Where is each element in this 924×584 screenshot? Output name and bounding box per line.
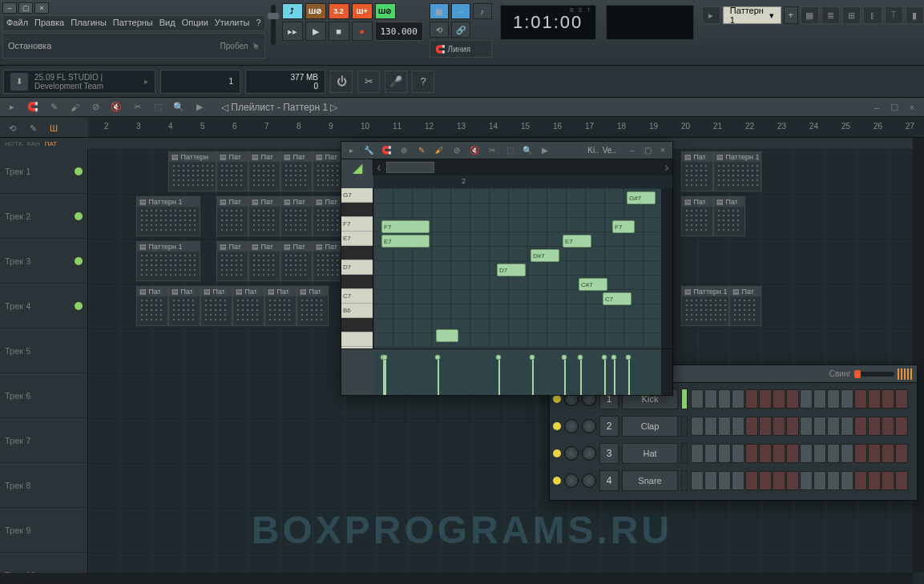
- view-mixer-button[interactable]: ♪: [473, 3, 492, 19]
- note[interactable]: D7: [497, 264, 526, 276]
- pr-zoom-icon[interactable]: 🔍: [521, 144, 534, 157]
- step-button[interactable]: [895, 444, 908, 463]
- mode-song-button[interactable]: Ш⊘: [305, 3, 326, 19]
- step-button[interactable]: [895, 471, 908, 490]
- menu-?[interactable]: ?: [252, 16, 264, 30]
- step-button[interactable]: [868, 417, 881, 436]
- pattern-selector[interactable]: Паттерн 1 ▾: [723, 6, 781, 24]
- pl-play-icon[interactable]: ▶: [192, 100, 207, 115]
- note[interactable]: D#7: [531, 249, 559, 262]
- close-button[interactable]: ×: [34, 2, 49, 14]
- pr-cut-icon[interactable]: ✂: [486, 144, 498, 157]
- step-button[interactable]: [813, 444, 826, 463]
- tool-slider-icon[interactable]: ⟙: [885, 6, 903, 24]
- channel-name[interactable]: Hat: [622, 443, 678, 464]
- step-button[interactable]: [691, 389, 704, 409]
- pr-menu-icon[interactable]: ▸: [345, 144, 357, 157]
- tool-file-icon[interactable]: ▮: [906, 6, 924, 24]
- step-button[interactable]: [691, 471, 704, 490]
- pr-v-scrollbar[interactable]: [661, 188, 672, 348]
- step-button[interactable]: [827, 444, 840, 463]
- menu-Плагины[interactable]: Плагины: [67, 16, 110, 30]
- step-button[interactable]: [786, 389, 799, 409]
- pattern-clip[interactable]: ▤ Пат: [248, 151, 280, 191]
- pattern-clip[interactable]: ▤ Паттерн 1: [136, 196, 200, 236]
- step-button[interactable]: [759, 444, 772, 463]
- step-button[interactable]: [732, 471, 744, 490]
- pl-minimize-button[interactable]: –: [870, 100, 884, 115]
- step-button[interactable]: [732, 444, 744, 463]
- pattern-clip[interactable]: ▤ Пат: [313, 151, 345, 191]
- mode-pat-button[interactable]: ⤴: [282, 3, 303, 19]
- tempo-display[interactable]: 130.000: [375, 22, 423, 41]
- playlist-ruler[interactable]: 2345678910111213141516171819202122232425…: [88, 117, 924, 137]
- step-button[interactable]: [704, 417, 717, 436]
- vol-knob[interactable]: [582, 473, 596, 488]
- product-info[interactable]: ⬇ 25.09 FL STUDIO | Development Team ▸: [3, 70, 155, 94]
- pattern-clip[interactable]: ▤ Пат: [280, 151, 313, 191]
- tab-channel[interactable]: КАН: [27, 140, 40, 147]
- track-label[interactable]: Трек 7: [0, 418, 87, 463]
- scissors-button[interactable]: ✂: [357, 70, 380, 93]
- step-button[interactable]: [718, 389, 731, 409]
- note[interactable]: C#7: [579, 278, 607, 291]
- step-button[interactable]: [895, 389, 908, 409]
- note[interactable]: E7: [381, 235, 430, 248]
- channel-selector[interactable]: [681, 443, 688, 464]
- pattern-clip[interactable]: ▤ Пат: [232, 286, 264, 326]
- step-button[interactable]: [732, 389, 744, 409]
- channel-led[interactable]: [553, 477, 561, 485]
- channel-name[interactable]: Snare: [622, 470, 678, 491]
- step-button[interactable]: [732, 417, 744, 436]
- menu-Опции[interactable]: Опции: [179, 16, 212, 30]
- pattern-clip[interactable]: ▤ Пат: [216, 241, 248, 281]
- pl-pencil-icon[interactable]: ✎: [46, 100, 61, 115]
- record-button[interactable]: ●: [352, 22, 373, 41]
- step-button[interactable]: [691, 417, 704, 436]
- track-label[interactable]: Трек 6: [0, 373, 87, 418]
- step-button[interactable]: [786, 471, 799, 490]
- step-button[interactable]: [854, 389, 867, 409]
- pl-close-button[interactable]: ×: [905, 100, 919, 115]
- track-label[interactable]: Трек 3: [0, 239, 87, 284]
- mode-wp-button[interactable]: Ш+: [352, 3, 373, 19]
- minimize-button[interactable]: –: [2, 2, 17, 14]
- step-button[interactable]: [800, 389, 813, 409]
- track-label[interactable]: Трек 9: [0, 508, 87, 553]
- track-mute-led[interactable]: [75, 212, 83, 220]
- pattern-clip[interactable]: ▤ Паттерн 1: [681, 286, 729, 326]
- pr-pencil-icon[interactable]: ✎: [415, 144, 428, 157]
- step-button[interactable]: [800, 471, 813, 490]
- step-button[interactable]: [745, 444, 758, 463]
- pl-slip-icon[interactable]: ✂: [130, 100, 144, 115]
- menu-Вид[interactable]: Вид: [156, 16, 179, 30]
- pr-minimize-button[interactable]: –: [626, 144, 639, 157]
- pattern-clip[interactable]: ▤ Пат: [136, 286, 168, 326]
- channel-led[interactable]: [553, 422, 561, 430]
- pl-brush-icon[interactable]: 🖌: [67, 100, 82, 115]
- step-button[interactable]: [895, 417, 908, 436]
- step-button[interactable]: [759, 389, 772, 409]
- pl-zoom-icon[interactable]: 🔍: [171, 100, 186, 115]
- pr-close-button[interactable]: ×: [656, 144, 669, 157]
- step-button[interactable]: [882, 389, 894, 409]
- pattern-clip[interactable]: ▤ Паттерн 1: [136, 241, 200, 281]
- play-button[interactable]: ▶: [305, 22, 326, 41]
- main-h-scrollbar[interactable]: [0, 573, 913, 584]
- step-button[interactable]: [786, 417, 799, 436]
- cr-grid-icon[interactable]: [898, 369, 912, 380]
- pattern-clip[interactable]: ▤ Пат: [313, 241, 345, 281]
- step-button[interactable]: [718, 417, 731, 436]
- step-button[interactable]: [882, 471, 894, 490]
- pr-play-icon[interactable]: ▶: [539, 144, 551, 157]
- pattern-add-button[interactable]: +: [784, 6, 797, 24]
- track-label[interactable]: Трек 5: [0, 328, 87, 373]
- step-button[interactable]: [800, 444, 813, 463]
- pan-knob[interactable]: [564, 473, 579, 488]
- pr-delete-icon[interactable]: ⊘: [450, 144, 463, 157]
- help-button[interactable]: ?: [412, 70, 434, 93]
- menu-Файл[interactable]: Файл: [3, 16, 31, 30]
- note[interactable]: F7: [381, 220, 430, 233]
- menu-Правка[interactable]: Правка: [31, 16, 67, 30]
- tool-channel-icon[interactable]: ⊞: [842, 6, 861, 24]
